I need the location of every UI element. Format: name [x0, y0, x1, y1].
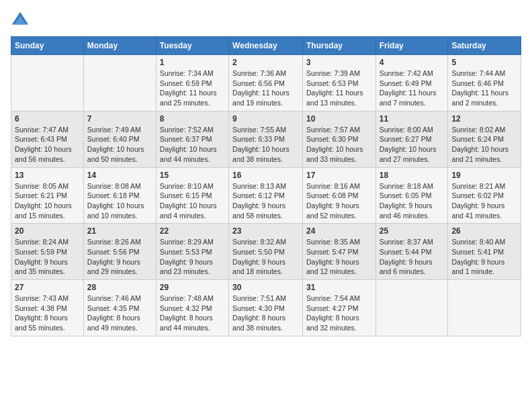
- day-number: 2: [232, 58, 299, 67]
- calendar-cell: 4Sunrise: 7:42 AM Sunset: 6:49 PM Daylig…: [375, 55, 448, 111]
- calendar-cell: [448, 280, 521, 336]
- calendar-cell: 24Sunrise: 8:35 AM Sunset: 5:47 PM Dayli…: [302, 224, 375, 280]
- calendar-cell: 18Sunrise: 8:18 AM Sunset: 6:05 PM Dayli…: [375, 167, 448, 224]
- calendar-cell: 7Sunrise: 7:49 AM Sunset: 6:40 PM Daylig…: [83, 111, 156, 167]
- day-number: 19: [451, 171, 517, 180]
- day-number: 21: [87, 226, 152, 236]
- calendar-cell: 6Sunrise: 7:47 AM Sunset: 6:43 PM Daylig…: [11, 111, 84, 167]
- cell-content: Sunrise: 7:44 AM Sunset: 6:46 PM Dayligh…: [451, 68, 517, 108]
- day-number: 8: [160, 114, 225, 124]
- cell-content: Sunrise: 8:29 AM Sunset: 5:53 PM Dayligh…: [160, 237, 225, 277]
- calendar-cell: 28Sunrise: 7:46 AM Sunset: 4:35 PM Dayli…: [83, 280, 156, 336]
- header-day: Tuesday: [156, 37, 228, 55]
- day-number: 31: [306, 283, 372, 292]
- day-number: 23: [232, 226, 299, 236]
- calendar-week-row: 27Sunrise: 7:43 AM Sunset: 4:38 PM Dayli…: [11, 280, 521, 336]
- calendar-cell: [11, 55, 84, 111]
- calendar-cell: 5Sunrise: 7:44 AM Sunset: 6:46 PM Daylig…: [448, 55, 521, 111]
- cell-content: Sunrise: 7:55 AM Sunset: 6:33 PM Dayligh…: [232, 125, 299, 165]
- calendar-table: SundayMondayTuesdayWednesdayThursdayFrid…: [11, 36, 521, 336]
- day-number: 17: [306, 171, 372, 180]
- cell-content: Sunrise: 8:05 AM Sunset: 6:21 PM Dayligh…: [15, 181, 80, 221]
- cell-content: Sunrise: 8:18 AM Sunset: 6:05 PM Dayligh…: [380, 181, 445, 221]
- day-number: 9: [232, 114, 299, 124]
- cell-content: Sunrise: 7:34 AM Sunset: 6:59 PM Dayligh…: [160, 68, 225, 108]
- cell-content: Sunrise: 8:21 AM Sunset: 6:02 PM Dayligh…: [451, 181, 517, 221]
- cell-content: Sunrise: 7:43 AM Sunset: 4:38 PM Dayligh…: [15, 293, 80, 333]
- logo: [11, 11, 32, 30]
- calendar-week-row: 6Sunrise: 7:47 AM Sunset: 6:43 PM Daylig…: [11, 111, 521, 167]
- calendar-cell: 25Sunrise: 8:37 AM Sunset: 5:44 PM Dayli…: [375, 224, 448, 280]
- header-day: Wednesday: [229, 37, 303, 55]
- calendar-cell: 10Sunrise: 7:57 AM Sunset: 6:30 PM Dayli…: [302, 111, 375, 167]
- day-number: 10: [306, 114, 372, 124]
- day-number: 24: [306, 226, 372, 236]
- calendar-cell: 9Sunrise: 7:55 AM Sunset: 6:33 PM Daylig…: [229, 111, 303, 167]
- calendar-cell: 12Sunrise: 8:02 AM Sunset: 6:24 PM Dayli…: [448, 111, 521, 167]
- calendar-header-row: SundayMondayTuesdayWednesdayThursdayFrid…: [11, 37, 521, 55]
- calendar-week-row: 13Sunrise: 8:05 AM Sunset: 6:21 PM Dayli…: [11, 167, 521, 224]
- header-day: Saturday: [448, 37, 521, 55]
- day-number: 12: [451, 114, 517, 124]
- calendar-cell: 26Sunrise: 8:40 AM Sunset: 5:41 PM Dayli…: [448, 224, 521, 280]
- cell-content: Sunrise: 7:49 AM Sunset: 6:40 PM Dayligh…: [87, 125, 152, 165]
- calendar-cell: 22Sunrise: 8:29 AM Sunset: 5:53 PM Dayli…: [156, 224, 228, 280]
- cell-content: Sunrise: 8:40 AM Sunset: 5:41 PM Dayligh…: [451, 237, 517, 277]
- cell-content: Sunrise: 7:46 AM Sunset: 4:35 PM Dayligh…: [87, 293, 152, 333]
- calendar-cell: 17Sunrise: 8:16 AM Sunset: 6:08 PM Dayli…: [302, 167, 375, 224]
- calendar-cell: [375, 280, 448, 336]
- calendar-cell: 23Sunrise: 8:32 AM Sunset: 5:50 PM Dayli…: [229, 224, 303, 280]
- cell-content: Sunrise: 8:32 AM Sunset: 5:50 PM Dayligh…: [232, 237, 299, 277]
- cell-content: Sunrise: 8:35 AM Sunset: 5:47 PM Dayligh…: [306, 237, 372, 277]
- day-number: 3: [306, 58, 372, 67]
- day-number: 20: [15, 226, 80, 236]
- day-number: 5: [451, 58, 517, 67]
- cell-content: Sunrise: 7:54 AM Sunset: 4:27 PM Dayligh…: [306, 293, 372, 333]
- calendar-cell: 31Sunrise: 7:54 AM Sunset: 4:27 PM Dayli…: [302, 280, 375, 336]
- calendar-week-row: 20Sunrise: 8:24 AM Sunset: 5:59 PM Dayli…: [11, 224, 521, 280]
- cell-content: Sunrise: 7:57 AM Sunset: 6:30 PM Dayligh…: [306, 125, 372, 165]
- cell-content: Sunrise: 7:36 AM Sunset: 6:56 PM Dayligh…: [232, 68, 299, 108]
- cell-content: Sunrise: 7:47 AM Sunset: 6:43 PM Dayligh…: [15, 125, 80, 165]
- calendar-cell: 1Sunrise: 7:34 AM Sunset: 6:59 PM Daylig…: [156, 55, 228, 111]
- day-number: 1: [160, 58, 225, 67]
- calendar-cell: 16Sunrise: 8:13 AM Sunset: 6:12 PM Dayli…: [229, 167, 303, 224]
- day-number: 28: [87, 283, 152, 292]
- cell-content: Sunrise: 8:02 AM Sunset: 6:24 PM Dayligh…: [451, 125, 517, 165]
- calendar-cell: 21Sunrise: 8:26 AM Sunset: 5:56 PM Dayli…: [83, 224, 156, 280]
- cell-content: Sunrise: 8:00 AM Sunset: 6:27 PM Dayligh…: [380, 125, 445, 165]
- day-number: 26: [451, 226, 517, 236]
- cell-content: Sunrise: 8:37 AM Sunset: 5:44 PM Dayligh…: [380, 237, 445, 277]
- day-number: 30: [232, 283, 299, 292]
- calendar-cell: 19Sunrise: 8:21 AM Sunset: 6:02 PM Dayli…: [448, 167, 521, 224]
- day-number: 11: [380, 114, 445, 124]
- cell-content: Sunrise: 8:24 AM Sunset: 5:59 PM Dayligh…: [15, 237, 80, 277]
- calendar-cell: [83, 55, 156, 111]
- day-number: 13: [15, 171, 80, 180]
- calendar-cell: 29Sunrise: 7:48 AM Sunset: 4:32 PM Dayli…: [156, 280, 228, 336]
- header-day: Friday: [375, 37, 448, 55]
- cell-content: Sunrise: 7:42 AM Sunset: 6:49 PM Dayligh…: [380, 68, 445, 108]
- calendar-cell: 11Sunrise: 8:00 AM Sunset: 6:27 PM Dayli…: [375, 111, 448, 167]
- day-number: 18: [380, 171, 445, 180]
- cell-content: Sunrise: 8:13 AM Sunset: 6:12 PM Dayligh…: [232, 181, 299, 221]
- calendar-cell: 2Sunrise: 7:36 AM Sunset: 6:56 PM Daylig…: [229, 55, 303, 111]
- calendar-week-row: 1Sunrise: 7:34 AM Sunset: 6:59 PM Daylig…: [11, 55, 521, 111]
- calendar-cell: 20Sunrise: 8:24 AM Sunset: 5:59 PM Dayli…: [11, 224, 84, 280]
- header-day: Sunday: [11, 37, 84, 55]
- calendar-cell: 15Sunrise: 8:10 AM Sunset: 6:15 PM Dayli…: [156, 167, 228, 224]
- calendar-cell: 14Sunrise: 8:08 AM Sunset: 6:18 PM Dayli…: [83, 167, 156, 224]
- cell-content: Sunrise: 7:51 AM Sunset: 4:30 PM Dayligh…: [232, 293, 299, 333]
- cell-content: Sunrise: 8:26 AM Sunset: 5:56 PM Dayligh…: [87, 237, 152, 277]
- header-day: Monday: [83, 37, 156, 55]
- day-number: 7: [87, 114, 152, 124]
- day-number: 27: [15, 283, 80, 292]
- cell-content: Sunrise: 7:48 AM Sunset: 4:32 PM Dayligh…: [160, 293, 225, 333]
- cell-content: Sunrise: 7:52 AM Sunset: 6:37 PM Dayligh…: [160, 125, 225, 165]
- calendar-cell: 13Sunrise: 8:05 AM Sunset: 6:21 PM Dayli…: [11, 167, 84, 224]
- cell-content: Sunrise: 8:10 AM Sunset: 6:15 PM Dayligh…: [160, 181, 225, 221]
- cell-content: Sunrise: 8:16 AM Sunset: 6:08 PM Dayligh…: [306, 181, 372, 221]
- day-number: 16: [232, 171, 299, 180]
- calendar-cell: 8Sunrise: 7:52 AM Sunset: 6:37 PM Daylig…: [156, 111, 228, 167]
- calendar-cell: 3Sunrise: 7:39 AM Sunset: 6:53 PM Daylig…: [302, 55, 375, 111]
